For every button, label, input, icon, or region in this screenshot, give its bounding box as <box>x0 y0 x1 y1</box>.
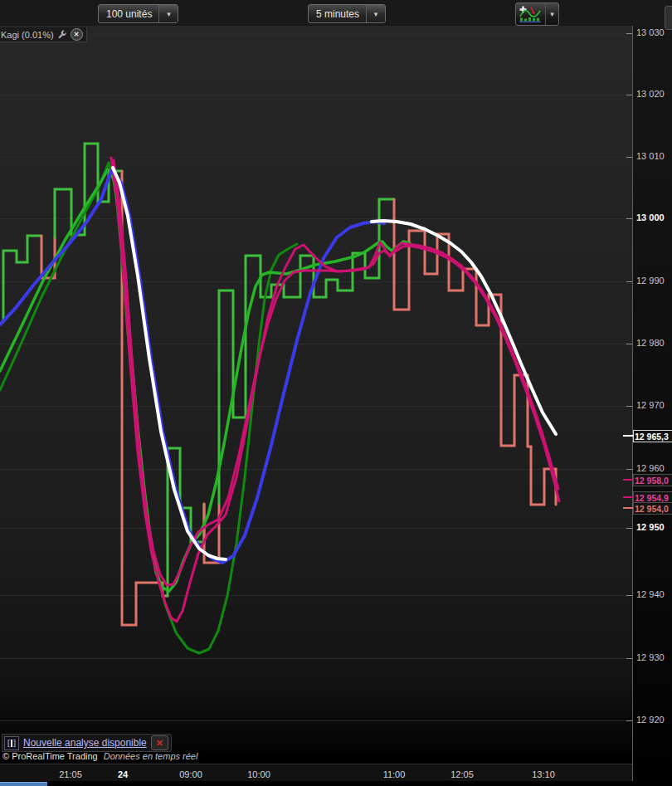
scrollbar-thumb[interactable] <box>0 782 47 786</box>
price-axis-label: 13 020 <box>636 89 665 99</box>
add-indicator-chart-icon <box>516 3 545 25</box>
footer: © ProRealTime TradingDonnées en temps ré… <box>2 751 197 761</box>
price-axis-label: 13 000 <box>636 212 665 222</box>
horizontal-scrollbar <box>0 781 672 786</box>
price-axis-label: 12 970 <box>636 400 665 410</box>
analysis-notification: [] Nouvelle analyse disponible ✕ <box>2 734 172 752</box>
units-dropdown[interactable]: 100 unités ▾ <box>98 4 178 23</box>
price-axis-label: 12 930 <box>636 652 665 662</box>
collapse-panel-button[interactable] <box>665 6 672 30</box>
close-icon[interactable]: ✕ <box>151 735 168 750</box>
bracket-left: [ <box>7 740 10 747</box>
chevron-down-icon[interactable]: ▾ <box>158 5 178 22</box>
add-indicator-button[interactable]: ▾ <box>515 2 559 26</box>
trading-chart-window: 100 unités ▾ 5 minutes ▾ <box>0 0 672 786</box>
current-price-marker: 12 965,3 <box>633 430 672 442</box>
bracket-right: ] <box>13 740 16 747</box>
price-axis-label: 13 030 <box>636 27 665 37</box>
time-axis-label: 21:05 <box>59 769 82 779</box>
new-analysis-link[interactable]: Nouvelle analyse disponible <box>23 737 147 749</box>
chevron-down-icon[interactable]: ▾ <box>366 5 385 22</box>
price-axis-label: 12 960 <box>636 463 665 473</box>
price-axis-label: 12 920 <box>636 715 665 725</box>
timeframe-dropdown-value: 5 minutes <box>309 5 366 22</box>
top-toolbar: 100 unités ▾ 5 minutes ▾ <box>0 0 672 26</box>
wrench-icon[interactable] <box>57 30 67 40</box>
time-axis[interactable]: 21:052409:0010:0011:0012:0513:10 <box>0 764 632 782</box>
price-axis-label: 12 950 <box>636 522 665 532</box>
timeframe-dropdown[interactable]: 5 minutes ▾ <box>308 4 386 23</box>
close-icon[interactable]: ✕ <box>71 28 83 41</box>
price-axis-label: 12 990 <box>636 276 665 286</box>
copyright-text: © ProRealTime Trading <box>2 751 98 761</box>
chart-background <box>0 26 632 751</box>
time-axis-label: 10:00 <box>247 769 270 779</box>
indicator-price-marker: 12 954,0 <box>633 502 672 515</box>
price-axis-label: 12 940 <box>636 589 665 599</box>
analysis-icon: [] <box>4 736 19 750</box>
time-axis-label: 12:05 <box>450 769 474 779</box>
indicator-price-marker: 12 958,0 <box>633 474 672 486</box>
time-axis-label: 24 <box>118 769 128 779</box>
time-axis-label: 09:00 <box>179 769 202 779</box>
chart-series-label: Kagi (0.01%) ✕ <box>0 27 87 42</box>
price-axis-label: 12 980 <box>636 338 665 348</box>
price-axis-label: 13 010 <box>636 151 665 161</box>
time-axis-label: 13:10 <box>532 769 555 779</box>
chevron-down-icon[interactable]: ▾ <box>545 3 558 25</box>
time-axis-label: 11:00 <box>383 769 406 779</box>
series-title: Kagi (0.01%) <box>1 30 54 40</box>
bar <box>11 740 12 747</box>
realtime-text: Données en temps réel <box>104 751 198 761</box>
units-dropdown-value: 100 unités <box>99 5 158 22</box>
